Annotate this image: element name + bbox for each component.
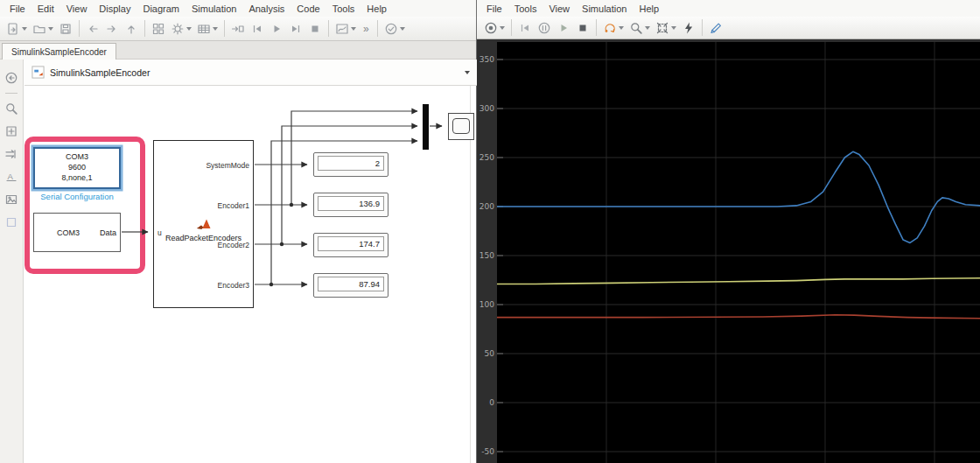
- menu-item-help[interactable]: Help: [360, 4, 393, 14]
- snapshot-button[interactable]: [680, 18, 697, 38]
- mux-block[interactable]: [423, 104, 429, 150]
- simulink-editor-window: FileEditViewDisplayDiagramSimulationAnal…: [0, 0, 477, 463]
- hardware-board-button[interactable]: [195, 19, 220, 39]
- fit-view-button[interactable]: [654, 18, 678, 38]
- signal-routing-button[interactable]: [4, 147, 18, 161]
- connect-target-button[interactable]: [229, 19, 247, 39]
- dropdown-caret-icon: [671, 26, 676, 30]
- matlab-function-block[interactable]: u SystemMode Encoder1 Encoder2 Encoder3 …: [153, 140, 254, 308]
- settings-button[interactable]: [482, 18, 507, 38]
- library-browser-button[interactable]: [150, 19, 167, 39]
- forward-button[interactable]: [103, 19, 121, 39]
- data-inspector-icon: [335, 22, 349, 36]
- annotation-button[interactable]: A: [4, 170, 18, 184]
- model-tab[interactable]: SimulinkSampleEncoder: [2, 43, 116, 60]
- overflow-button[interactable]: »: [360, 19, 373, 39]
- output-port-systemmode: SystemMode: [206, 161, 249, 170]
- trigger-button[interactable]: [601, 18, 626, 38]
- editor-menubar: FileEditViewDisplayDiagramSimulationAnal…: [0, 0, 476, 17]
- run-icon: [270, 22, 284, 36]
- menu-item-view[interactable]: View: [542, 4, 576, 14]
- scope-trace-red: [497, 315, 980, 319]
- breadcrumb[interactable]: SimulinkSampleEncoder: [24, 60, 477, 86]
- pause-button[interactable]: [536, 18, 553, 38]
- stop-button[interactable]: [574, 18, 592, 38]
- serial-receive-port-label: COM3: [57, 228, 80, 237]
- serial-receive-block[interactable]: COM3 Data: [33, 213, 121, 252]
- display-block-encoder3[interactable]: 87.94: [313, 273, 388, 298]
- menu-item-tools[interactable]: Tools: [508, 4, 543, 14]
- step-back-icon: [518, 21, 532, 35]
- zoom-button[interactable]: [627, 18, 652, 38]
- model-settings-icon: [171, 22, 185, 36]
- image-button[interactable]: [4, 193, 18, 207]
- step-back-button[interactable]: [516, 18, 534, 38]
- run-button[interactable]: [555, 18, 572, 38]
- validate-button[interactable]: [382, 19, 407, 39]
- measurements-icon: [709, 21, 723, 35]
- step-back-button[interactable]: [248, 19, 266, 39]
- step-back-icon: [250, 22, 264, 36]
- dropdown-caret-icon: [351, 27, 356, 31]
- menu-item-code[interactable]: Code: [290, 4, 326, 14]
- step-forward-icon: [289, 22, 303, 36]
- menu-item-file[interactable]: File: [480, 4, 508, 14]
- serial-receive-data-label: Data: [100, 228, 116, 237]
- display-block-systemmode[interactable]: 2: [313, 152, 388, 177]
- back-button[interactable]: [84, 19, 102, 39]
- model-settings-button[interactable]: [169, 19, 193, 39]
- menu-item-simulation[interactable]: Simulation: [576, 4, 633, 14]
- display-block-encoder2[interactable]: 174.7: [313, 233, 388, 257]
- open-button[interactable]: [31, 19, 55, 39]
- screenshot-root: FileEditViewDisplayDiagramSimulationAnal…: [0, 0, 980, 463]
- toolbar-separator: [328, 20, 329, 37]
- toolbar-separator: [377, 20, 378, 37]
- menu-item-display[interactable]: Display: [93, 4, 136, 14]
- menu-item-view[interactable]: View: [60, 4, 94, 14]
- step-forward-button[interactable]: [287, 19, 304, 39]
- trigger-icon: [603, 21, 617, 35]
- toolbar-separator: [511, 19, 512, 36]
- display-value: 136.9: [318, 196, 384, 211]
- menu-item-help[interactable]: Help: [633, 4, 665, 14]
- up-icon: [124, 22, 138, 36]
- new-model-button[interactable]: [4, 19, 29, 39]
- up-button[interactable]: [122, 19, 140, 39]
- serial-config-port: COM3: [66, 152, 88, 163]
- overflow-icon: »: [361, 23, 371, 35]
- zoom-button[interactable]: [4, 102, 18, 116]
- measurements-button[interactable]: [707, 18, 724, 38]
- data-inspector-button[interactable]: [333, 19, 358, 39]
- shape-button[interactable]: [4, 215, 18, 229]
- scope-chart: [497, 42, 980, 463]
- scope-plot-area[interactable]: [497, 42, 980, 463]
- stop-button[interactable]: [306, 19, 324, 39]
- connect-target-icon: [231, 22, 245, 36]
- save-button[interactable]: [57, 19, 74, 39]
- scope-block[interactable]: [448, 113, 474, 140]
- editor-palette: A: [0, 60, 24, 463]
- run-button[interactable]: [268, 19, 285, 39]
- svg-text:A: A: [8, 172, 14, 181]
- menu-item-simulation[interactable]: Simulation: [186, 4, 242, 14]
- menu-item-tools[interactable]: Tools: [326, 4, 361, 14]
- y-axis-tick-label: 250: [477, 153, 494, 162]
- y-axis-tick-label: 0: [477, 398, 494, 407]
- breadcrumb-dropdown-icon[interactable]: [465, 71, 470, 74]
- fit-to-view-button[interactable]: [4, 124, 18, 138]
- menu-item-edit[interactable]: Edit: [32, 4, 60, 14]
- scope-window: FileToolsViewSimulationHelp 350300250200…: [477, 0, 980, 463]
- new-model-icon: [6, 22, 20, 36]
- dropdown-caret-icon: [48, 27, 53, 31]
- model-tab-label: SimulinkSampleEncoder: [11, 47, 107, 57]
- model-file-icon: [32, 66, 45, 79]
- menu-item-analysis[interactable]: Analysis: [242, 4, 290, 14]
- run-icon: [556, 21, 570, 35]
- serial-configuration-block[interactable]: COM3 9600 8,none,1: [33, 147, 121, 189]
- menu-item-file[interactable]: File: [4, 4, 32, 14]
- menu-item-diagram[interactable]: Diagram: [136, 4, 186, 14]
- dropdown-caret-icon: [619, 26, 624, 30]
- display-block-encoder1[interactable]: 136.9: [313, 193, 388, 217]
- model-browser-toggle-button[interactable]: [4, 71, 18, 85]
- dropdown-caret-icon: [500, 26, 505, 30]
